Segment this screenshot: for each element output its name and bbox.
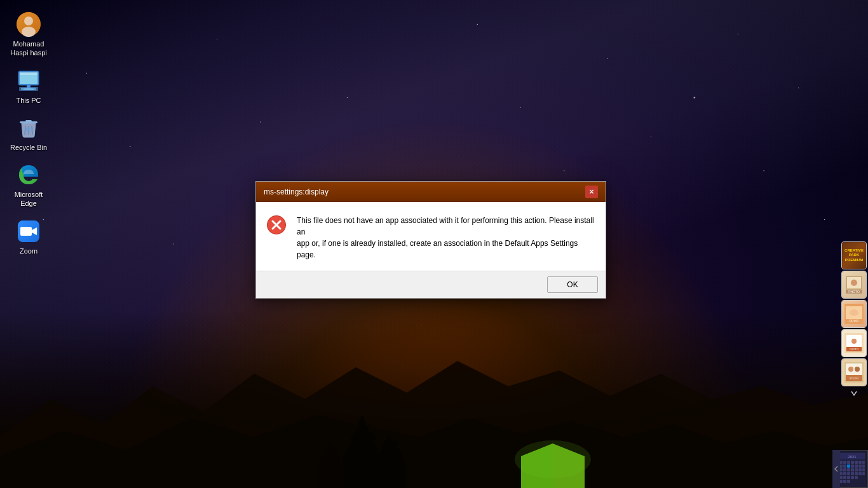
svg-rect-62 bbox=[862, 468, 865, 471]
sidebar-app-photo-2[interactable]: PRINT bbox=[841, 300, 867, 328]
edge-icon-label: Microsoft Edge bbox=[6, 190, 51, 208]
sidebar-app-photo-3[interactable]: PHOTO bbox=[841, 329, 867, 357]
svg-rect-77 bbox=[847, 480, 850, 483]
this-pc-desktop-icon[interactable]: This PC bbox=[3, 63, 54, 110]
user-icon-image bbox=[16, 11, 41, 37]
user-desktop-icon[interactable]: Mohamad Haspi haspi bbox=[3, 6, 54, 63]
dialog-ok-button[interactable]: OK bbox=[547, 276, 598, 293]
svg-rect-45 bbox=[851, 461, 854, 464]
edge-icon-image bbox=[16, 162, 41, 187]
recycle-icon-image bbox=[16, 115, 41, 140]
svg-rect-73 bbox=[851, 476, 854, 479]
sidebar-app-photo-4[interactable]: STUDIO bbox=[841, 358, 867, 386]
svg-rect-48 bbox=[862, 461, 865, 464]
microsoft-edge-desktop-icon[interactable]: Microsoft Edge bbox=[3, 157, 54, 214]
svg-point-31 bbox=[851, 339, 857, 344]
svg-rect-58 bbox=[847, 468, 850, 471]
svg-point-37 bbox=[855, 367, 860, 372]
sidebar-app-photo-1[interactable]: PHOTO bbox=[841, 271, 867, 299]
mountain-silhouette bbox=[0, 310, 868, 488]
svg-rect-7 bbox=[20, 72, 37, 75]
error-icon bbox=[266, 215, 287, 235]
svg-rect-51 bbox=[847, 464, 850, 468]
svg-text:2021: 2021 bbox=[848, 455, 857, 459]
dialog-body: This file does not have an app associate… bbox=[256, 202, 606, 271]
svg-rect-64 bbox=[843, 472, 846, 475]
dialog-footer: OK bbox=[256, 271, 606, 298]
svg-point-26 bbox=[850, 309, 858, 316]
svg-rect-53 bbox=[855, 464, 858, 468]
svg-text:STUDIO: STUDIO bbox=[849, 377, 858, 380]
sidebar-scroll-down[interactable] bbox=[841, 388, 867, 399]
svg-rect-18 bbox=[20, 227, 32, 236]
svg-rect-46 bbox=[855, 461, 858, 464]
recycle-bin-icon-label: Recycle Bin bbox=[10, 143, 47, 152]
svg-rect-60 bbox=[855, 468, 858, 471]
dialog-titlebar: ms-settings:display × bbox=[256, 182, 606, 202]
dialog-message-line2: app or, if one is already installed, cre… bbox=[297, 239, 578, 259]
svg-rect-65 bbox=[847, 472, 850, 475]
svg-rect-68 bbox=[858, 472, 862, 475]
recycle-bin-desktop-icon[interactable]: Recycle Bin bbox=[3, 110, 54, 157]
svg-text:PHOTO: PHOTO bbox=[850, 348, 858, 351]
svg-point-21 bbox=[851, 280, 857, 286]
zoom-desktop-icon[interactable]: Zoom bbox=[3, 214, 54, 261]
svg-rect-69 bbox=[862, 472, 865, 475]
svg-rect-61 bbox=[858, 468, 862, 471]
svg-rect-72 bbox=[847, 476, 850, 479]
svg-point-0 bbox=[515, 440, 591, 478]
svg-rect-52 bbox=[851, 464, 854, 468]
svg-rect-76 bbox=[843, 480, 846, 483]
svg-line-14 bbox=[25, 126, 25, 135]
creative-park-label: CREATIVEPARKPREMIUM bbox=[844, 248, 864, 262]
svg-rect-71 bbox=[843, 476, 846, 479]
svg-line-16 bbox=[32, 126, 32, 135]
zoom-icon-image bbox=[16, 219, 41, 244]
svg-rect-74 bbox=[855, 476, 858, 479]
dialog-close-button[interactable]: × bbox=[585, 186, 598, 198]
svg-point-4 bbox=[17, 12, 41, 36]
svg-rect-13 bbox=[25, 120, 32, 122]
svg-text:PHOTO: PHOTO bbox=[848, 290, 860, 294]
svg-rect-50 bbox=[843, 464, 846, 468]
dialog-message: This file does not have an app associate… bbox=[297, 215, 595, 261]
sidebar-scroll-left[interactable] bbox=[832, 450, 840, 488]
svg-rect-57 bbox=[843, 468, 846, 471]
svg-rect-34 bbox=[846, 363, 862, 375]
svg-rect-44 bbox=[847, 461, 850, 464]
svg-rect-59 bbox=[851, 468, 854, 471]
svg-rect-11 bbox=[21, 88, 36, 90]
sidebar-app-creative-park[interactable]: CREATIVEPARKPREMIUM bbox=[841, 241, 867, 269]
user-icon-label: Mohamad Haspi haspi bbox=[6, 39, 51, 58]
svg-point-36 bbox=[848, 367, 853, 372]
svg-rect-55 bbox=[862, 464, 865, 468]
svg-rect-67 bbox=[855, 472, 858, 475]
svg-rect-54 bbox=[858, 464, 862, 468]
svg-text:PRINT: PRINT bbox=[850, 319, 859, 323]
svg-rect-47 bbox=[858, 461, 862, 464]
dialog-message-line1: This file does not have an app associate… bbox=[297, 216, 594, 236]
dialog-title: ms-settings:display bbox=[264, 187, 329, 196]
error-dialog: ms-settings:display × This file does not… bbox=[255, 181, 606, 299]
svg-rect-66 bbox=[851, 472, 854, 475]
svg-rect-43 bbox=[843, 461, 846, 464]
zoom-icon-label: Zoom bbox=[20, 247, 37, 255]
calendar-widget[interactable]: 2021 bbox=[836, 450, 868, 488]
this-pc-icon-image bbox=[16, 68, 41, 93]
desktop-icons-area: Mohamad Haspi haspi This PC bbox=[0, 0, 57, 267]
this-pc-icon-label: This PC bbox=[16, 96, 41, 105]
right-sidebar: CREATIVEPARKPREMIUM PHOTO PRINT bbox=[840, 241, 868, 399]
